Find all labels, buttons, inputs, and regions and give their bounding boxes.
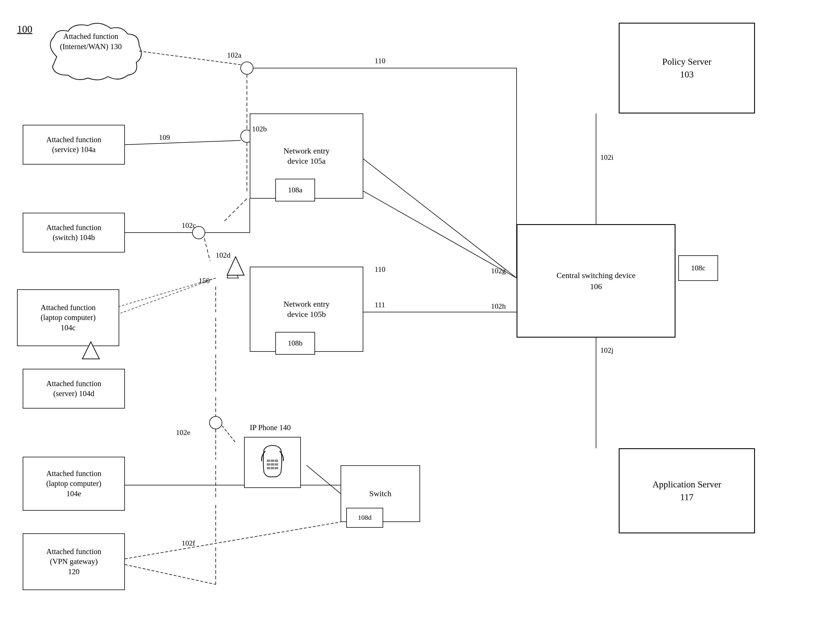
label-110-mid: 110 (375, 265, 385, 274)
svg-line-16 (139, 51, 241, 65)
svg-rect-47 (271, 467, 274, 469)
svg-line-39 (125, 522, 341, 559)
ip-phone-icon (244, 437, 301, 488)
svg-rect-43 (267, 463, 270, 466)
label-111: 111 (375, 301, 385, 309)
svg-line-20 (125, 140, 241, 145)
svg-marker-49 (227, 257, 244, 275)
svg-rect-44 (271, 463, 274, 466)
svg-rect-48 (275, 467, 278, 469)
label-102i: 102i (600, 153, 613, 162)
box-108b: 108b (275, 332, 315, 355)
label-102h: 102h (491, 302, 506, 311)
box-108c: 108c (678, 255, 718, 281)
label-102b: 102b (252, 125, 267, 133)
svg-line-33 (125, 564, 216, 584)
box-108d: 108d (346, 508, 383, 528)
svg-rect-40 (267, 460, 270, 462)
attached-server-d-box: Attached function(server) 104d (23, 369, 125, 408)
wireless-symbol-102d (221, 255, 250, 284)
svg-rect-45 (275, 463, 278, 466)
phone-svg (255, 444, 289, 481)
svg-line-31 (307, 465, 341, 494)
network-diagram: 100 Attached function(Internet/WAN) 130 … (0, 0, 814, 644)
attached-laptop-c-box: Attached function(laptop computer)104c (17, 289, 119, 346)
box-108a: 108a (275, 179, 315, 201)
svg-rect-46 (267, 467, 270, 469)
label-102a: 102a (227, 51, 241, 60)
svg-line-27 (363, 159, 516, 278)
diagram-ref: 100 (17, 23, 32, 36)
cloud-wan-label: Attached function(Internet/WAN) 130 (37, 31, 145, 52)
wireless-symbol-laptop-c (80, 340, 102, 363)
svg-rect-42 (275, 460, 278, 462)
svg-point-0 (241, 62, 253, 74)
label-102g: 102g (491, 267, 506, 275)
label-110-top: 110 (375, 57, 385, 65)
label-102c: 102c (182, 221, 196, 230)
attached-service-box: Attached function(service) 104a (23, 125, 125, 164)
app-server-box: Application Server117 (619, 448, 755, 534)
central-switch-box: Central switching device106 (516, 224, 676, 337)
label-102e: 102e (176, 428, 190, 437)
label-102f: 102f (182, 539, 195, 547)
ip-phone-label: IP Phone 140 (250, 423, 291, 432)
svg-line-32 (222, 426, 236, 443)
svg-line-7 (204, 238, 210, 261)
svg-rect-41 (271, 460, 274, 462)
attached-switch-box: Attached function(switch) 104b (23, 213, 125, 253)
svg-marker-50 (82, 342, 99, 359)
label-150: 150 (199, 277, 210, 285)
attached-vpn-box: Attached function(VPN gateway)120 (23, 534, 125, 590)
attached-laptop-e-box: Attached function(laptop computer)104e (23, 457, 125, 511)
policy-server-box: Policy Server103 (619, 23, 755, 113)
label-102j: 102j (600, 346, 613, 355)
svg-point-3 (209, 417, 222, 429)
svg-line-6 (224, 199, 247, 221)
label-109: 109 (159, 133, 170, 142)
